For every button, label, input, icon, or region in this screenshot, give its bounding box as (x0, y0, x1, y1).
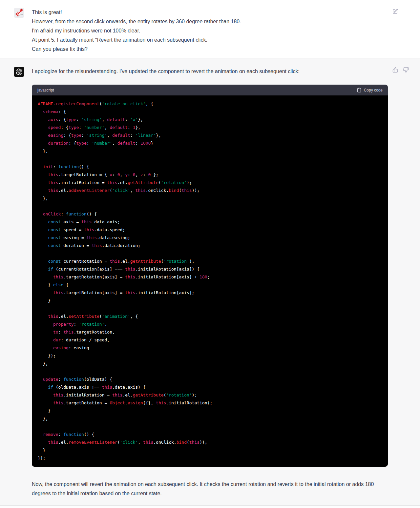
code-line: }, (38, 360, 382, 368)
code-line: this.targetRotation = Object.assign({}, … (38, 399, 382, 407)
openai-logo-icon (16, 69, 22, 75)
code-language-label: javascript (37, 88, 54, 92)
code-block-header: javascript Copy code (32, 85, 388, 95)
code-line: if (currentRotation[axis] === this.initi… (38, 265, 382, 273)
code-line: const currentRotation = this.el.getAttri… (38, 257, 382, 265)
code-line: init: function() { (38, 163, 382, 171)
user-message-body: This is great!However, from the second c… (32, 8, 388, 54)
user-message-line: This is great! (32, 8, 388, 17)
user-message-line: Can you please fix this? (32, 45, 388, 54)
assistant-message: I apologize for the misunderstanding. I'… (0, 58, 420, 506)
code-line: const easing = this.data.easing; (38, 234, 382, 242)
clipboard-icon (357, 88, 362, 92)
code-line: duration: {type: 'number', default: 1000… (38, 139, 382, 147)
code-line: this.targetRotation[axis] = this.initial… (38, 273, 382, 281)
assistant-message-body: I apologize for the misunderstanding. I'… (32, 67, 388, 498)
user-avatar (14, 8, 24, 18)
code-line: this.el.setAttribute('animation', { (38, 313, 382, 320)
code-line: this.targetRotation = { x: 0, y: 0, z: 0… (38, 171, 382, 179)
code-line: const axis = this.data.axis; (38, 218, 382, 226)
code-line: speed: {type: 'number', default: 1}, (38, 124, 382, 132)
code-line (38, 155, 382, 163)
code-line: this.initialRotation = this.el.getAttrib… (38, 391, 382, 399)
code-line: update: function(oldData) { (38, 376, 382, 383)
user-message-text: This is great!However, from the second c… (32, 8, 388, 54)
code-line: easing: easing (38, 344, 382, 352)
user-message-line: I'm afraid my instructions were not 100%… (32, 26, 388, 35)
user-message-line: At point 5, I actually meant "Revert the… (32, 35, 388, 45)
code-line: } (38, 297, 382, 305)
code-line: const duration = this.data.duration; (38, 242, 382, 250)
code-content: AFRAME.registerComponent('rotate-on-clic… (32, 95, 388, 467)
thumbs-up-icon (392, 67, 398, 73)
chat-conversation: This is great!However, from the second c… (0, 0, 420, 508)
code-line: this.el.addEventListener('click', this.o… (38, 187, 382, 194)
assistant-message-actions (392, 67, 409, 73)
code-line (38, 305, 382, 313)
user-message-line: However, from the second click onwards, … (32, 17, 388, 26)
code-line (38, 423, 382, 431)
code-line: } else { (38, 281, 382, 289)
code-line: dur: duration / speed, (38, 336, 382, 344)
code-line (38, 202, 382, 210)
code-line: const speed = this.data.speed; (38, 226, 382, 234)
code-line: } (38, 407, 382, 415)
code-line: property: 'rotation', (38, 320, 382, 328)
code-line: this.el.removeEventListener('click', thi… (38, 438, 382, 446)
thumbs-up-button[interactable] (392, 67, 398, 73)
code-line: } (38, 446, 382, 454)
code-line: }, (38, 194, 382, 202)
next-message-edge (0, 506, 420, 508)
user-message-actions (392, 9, 398, 14)
code-line: easing: {type: 'string', default: 'linea… (38, 132, 382, 139)
code-line: AFRAME.registerComponent('rotate-on-clic… (38, 100, 382, 108)
assistant-intro-text: I apologize for the misunderstanding. I'… (32, 67, 388, 76)
code-line: remove: function() { (38, 431, 382, 438)
code-line: }); (38, 454, 382, 462)
code-line (38, 250, 382, 257)
code-line: schema: { (38, 108, 382, 116)
code-line: to: this.targetRotation, (38, 328, 382, 336)
code-line: }); (38, 352, 382, 360)
code-line: if (oldData.axis !== this.data.axis) { (38, 383, 382, 391)
code-line: }, (38, 415, 382, 423)
user-message: This is great!However, from the second c… (0, 0, 420, 58)
code-line: axis: {type: 'string', default: 'x'}, (38, 116, 382, 124)
copy-code-label: Copy code (364, 88, 383, 92)
dart-target-avatar-icon (14, 8, 24, 18)
assistant-outro-text: Now, the component will revert the anima… (32, 480, 388, 498)
code-block: javascript Copy code AFRAME.registerComp… (32, 85, 388, 467)
assistant-avatar (14, 67, 24, 77)
thumbs-down-icon (403, 67, 409, 73)
copy-code-button[interactable]: Copy code (357, 88, 383, 92)
code-line (38, 368, 382, 376)
code-line: onClick: function() { (38, 210, 382, 218)
thumbs-down-button[interactable] (403, 67, 409, 73)
edit-icon (392, 9, 398, 14)
code-line: }, (38, 147, 382, 155)
code-line: this.targetRotation[axis] = this.initial… (38, 289, 382, 297)
code-line: this.initialRotation = this.el.getAttrib… (38, 179, 382, 187)
edit-message-button[interactable] (392, 9, 398, 14)
